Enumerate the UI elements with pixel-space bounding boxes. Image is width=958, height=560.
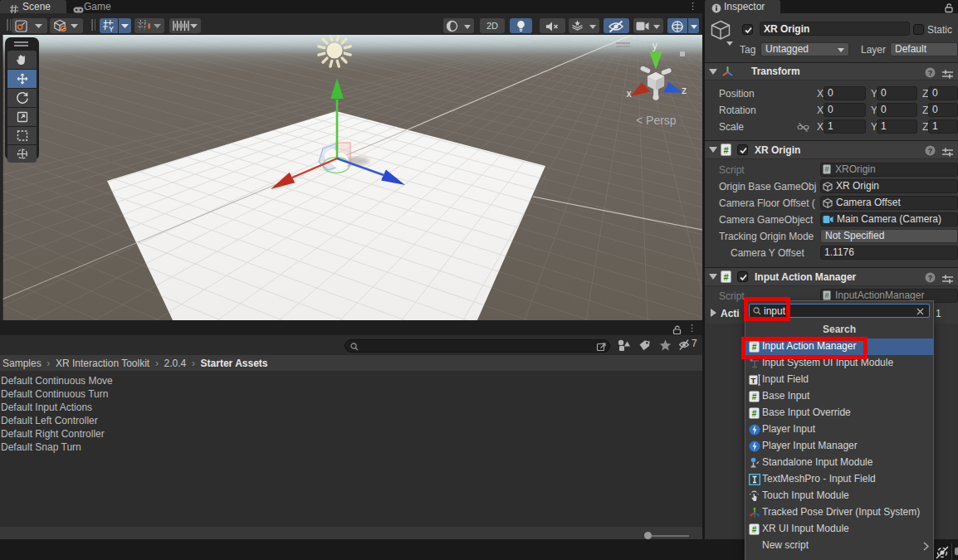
- svg-text:T: T: [751, 376, 756, 385]
- svg-text:?: ?: [928, 147, 933, 155]
- svg-text:Y: Y: [109, 25, 114, 33]
- svg-text:#: #: [752, 409, 757, 418]
- svg-text:#: #: [752, 525, 757, 534]
- svg-text:#: #: [824, 291, 828, 299]
- svg-text:< Persp: < Persp: [636, 114, 677, 127]
- svg-text:#: #: [752, 392, 757, 402]
- svg-text:#: #: [824, 165, 828, 173]
- svg-text:#: #: [723, 145, 728, 155]
- svg-text:#: #: [723, 272, 728, 282]
- svg-text:?: ?: [928, 274, 933, 282]
- svg-text:y: y: [653, 40, 658, 51]
- svg-text:z: z: [682, 85, 687, 96]
- svg-text:?: ?: [928, 69, 933, 77]
- svg-text:x: x: [626, 88, 632, 100]
